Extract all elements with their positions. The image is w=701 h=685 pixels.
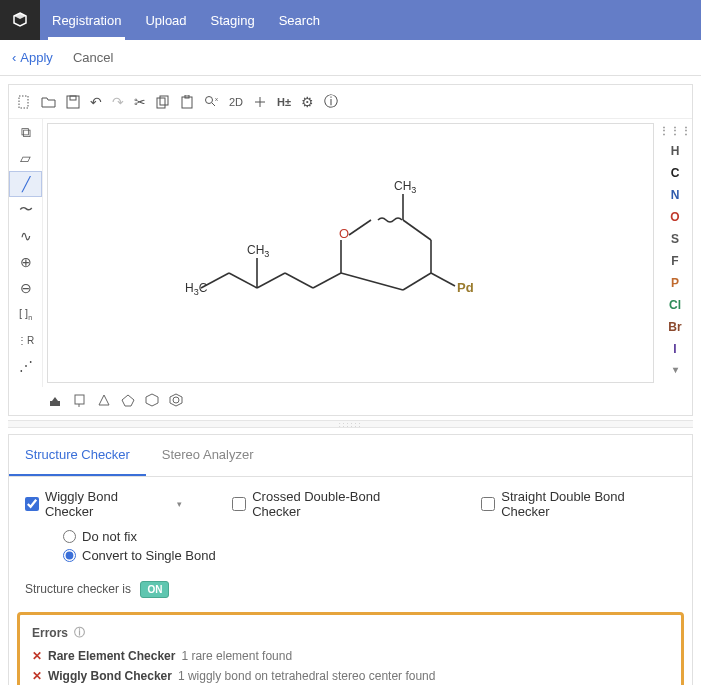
svg-line-24 bbox=[403, 273, 431, 290]
paste-icon[interactable] bbox=[180, 95, 194, 109]
top-nav: RegistrationUploadStagingSearch bbox=[0, 0, 701, 40]
svg-line-10 bbox=[212, 103, 215, 106]
results-box: Errorsⓘ ✕Rare Element Checker1 rare elem… bbox=[17, 612, 684, 685]
top-toolbar: ↶ ↷ ✂ x 2D H± ⚙ ⓘ bbox=[9, 85, 692, 119]
wiggly-bond-checkbox[interactable]: Wiggly Bond Checker▾ bbox=[25, 489, 182, 519]
chain-tool[interactable]: 〜 bbox=[9, 197, 42, 223]
element-s[interactable]: S bbox=[671, 232, 679, 246]
app-logo[interactable] bbox=[0, 0, 40, 40]
errors-heading: Errorsⓘ bbox=[32, 625, 669, 640]
info-icon[interactable]: ⓘ bbox=[324, 93, 338, 111]
hydrogen-icon[interactable]: H± bbox=[277, 96, 291, 108]
template-benzene-icon[interactable] bbox=[49, 393, 63, 410]
svg-line-25 bbox=[341, 273, 403, 290]
template-benzene2-icon[interactable] bbox=[169, 393, 183, 410]
straight-double-bond-checkbox[interactable]: Straight Double Bond Checker bbox=[481, 489, 676, 519]
error-icon: ✕ bbox=[32, 669, 42, 683]
radio-convert-single[interactable]: Convert to Single Bond bbox=[63, 548, 676, 563]
svg-marker-37 bbox=[99, 395, 109, 405]
result-line: ✕Wiggly Bond Checker1 wiggly bond on tet… bbox=[32, 666, 669, 685]
checker-toggle-row: Structure checker is ON bbox=[9, 571, 692, 608]
element-h[interactable]: H bbox=[671, 144, 680, 158]
element-cl[interactable]: Cl bbox=[669, 298, 681, 312]
svg-text:CH3: CH3 bbox=[394, 179, 416, 195]
svg-point-9 bbox=[206, 96, 213, 103]
chevron-down-icon[interactable]: ▾ bbox=[177, 499, 182, 509]
select-tool[interactable]: ⧉ bbox=[9, 119, 42, 145]
new-icon[interactable] bbox=[17, 95, 31, 109]
info-icon[interactable]: ⓘ bbox=[74, 625, 85, 640]
bond-tool[interactable]: ╱ bbox=[9, 171, 42, 197]
panel-resizer[interactable]: :::::: bbox=[8, 420, 693, 428]
svg-rect-5 bbox=[157, 98, 165, 108]
svg-text:O: O bbox=[339, 226, 349, 241]
result-msg: 1 rare element found bbox=[181, 649, 292, 663]
zigzag-tool[interactable]: ∿ bbox=[9, 223, 42, 249]
clean-2d-icon[interactable]: 2D bbox=[229, 96, 243, 108]
apply-button[interactable]: ‹ Apply bbox=[12, 50, 53, 65]
element-more-icon[interactable]: ▾ bbox=[673, 364, 678, 375]
palette-drag-icon: ⋮⋮⋮ bbox=[659, 125, 692, 136]
action-bar: ‹ Apply Cancel bbox=[0, 40, 701, 76]
cancel-button[interactable]: Cancel bbox=[73, 50, 113, 65]
svg-rect-35 bbox=[75, 395, 84, 404]
element-n[interactable]: N bbox=[671, 188, 680, 202]
checker-on-toggle[interactable]: ON bbox=[140, 581, 169, 598]
r-group-tool[interactable]: ⋮R bbox=[9, 327, 42, 353]
editor-panel: ↶ ↷ ✂ x 2D H± ⚙ ⓘ ⧉▱╱〜∿⊕⊖[ ]n⋮R⋰ bbox=[8, 84, 693, 416]
zoom-tool-icon[interactable]: x bbox=[204, 95, 219, 109]
svg-marker-39 bbox=[146, 394, 158, 406]
svg-line-17 bbox=[285, 273, 313, 288]
clean-3d-icon[interactable] bbox=[253, 96, 267, 108]
brackets-tool[interactable]: [ ]n bbox=[9, 301, 42, 327]
element-f[interactable]: F bbox=[671, 254, 678, 268]
nav-staging[interactable]: Staging bbox=[199, 0, 267, 40]
svg-marker-34 bbox=[52, 397, 58, 401]
nav-registration[interactable]: Registration bbox=[40, 0, 133, 40]
svg-line-15 bbox=[229, 273, 257, 288]
tab-structure-checker[interactable]: Structure Checker bbox=[9, 435, 146, 476]
svg-text:x: x bbox=[215, 96, 218, 102]
template-cyclobutane-icon[interactable] bbox=[97, 393, 111, 410]
redo-icon[interactable]: ↷ bbox=[112, 94, 124, 110]
molecule-drawing: H3C CH3 CH3 O Pd bbox=[181, 168, 521, 338]
nav-search[interactable]: Search bbox=[267, 0, 332, 40]
save-icon[interactable] bbox=[66, 95, 80, 109]
svg-rect-33 bbox=[50, 401, 60, 406]
settings-icon[interactable]: ⚙ bbox=[301, 94, 314, 110]
svg-rect-3 bbox=[67, 96, 79, 108]
structure-canvas[interactable]: H3C CH3 CH3 O Pd bbox=[47, 123, 654, 383]
template-cyclopentane-icon[interactable] bbox=[121, 393, 135, 410]
svg-rect-7 bbox=[182, 97, 192, 108]
misc-tool[interactable]: ⋰ bbox=[9, 353, 42, 379]
svg-line-18 bbox=[313, 273, 341, 288]
tab-stereo-analyzer[interactable]: Stereo Analyzer bbox=[146, 435, 270, 476]
bottom-toolbar bbox=[9, 387, 692, 415]
crossed-double-bond-checkbox[interactable]: Crossed Double-Bond Checker bbox=[232, 489, 431, 519]
result-msg: 1 wiggly bond on tetrahedral stereo cent… bbox=[178, 669, 436, 683]
element-c[interactable]: C bbox=[671, 166, 680, 180]
left-toolbar: ⧉▱╱〜∿⊕⊖[ ]n⋮R⋰ bbox=[9, 119, 43, 387]
undo-icon[interactable]: ↶ bbox=[90, 94, 102, 110]
radio-do-not-fix[interactable]: Do not fix bbox=[63, 529, 676, 544]
svg-line-22 bbox=[403, 220, 431, 240]
svg-marker-40 bbox=[170, 394, 182, 406]
eraser-tool[interactable]: ▱ bbox=[9, 145, 42, 171]
open-icon[interactable] bbox=[41, 95, 56, 109]
minus-tool[interactable]: ⊖ bbox=[9, 275, 42, 301]
element-p[interactable]: P bbox=[671, 276, 679, 290]
copy-icon[interactable] bbox=[156, 95, 170, 109]
element-o[interactable]: O bbox=[670, 210, 679, 224]
template-cyclopropane-icon[interactable] bbox=[73, 393, 87, 410]
svg-text:Pd: Pd bbox=[457, 280, 474, 295]
svg-marker-1 bbox=[14, 13, 26, 19]
error-icon: ✕ bbox=[32, 649, 42, 663]
svg-text:CH3: CH3 bbox=[247, 243, 269, 259]
element-i[interactable]: I bbox=[673, 342, 676, 356]
element-br[interactable]: Br bbox=[668, 320, 681, 334]
plus-tool[interactable]: ⊕ bbox=[9, 249, 42, 275]
template-cyclohexane-icon[interactable] bbox=[145, 393, 159, 410]
nav-upload[interactable]: Upload bbox=[133, 0, 198, 40]
result-name: Wiggly Bond Checker bbox=[48, 669, 172, 683]
cut-icon[interactable]: ✂ bbox=[134, 94, 146, 110]
